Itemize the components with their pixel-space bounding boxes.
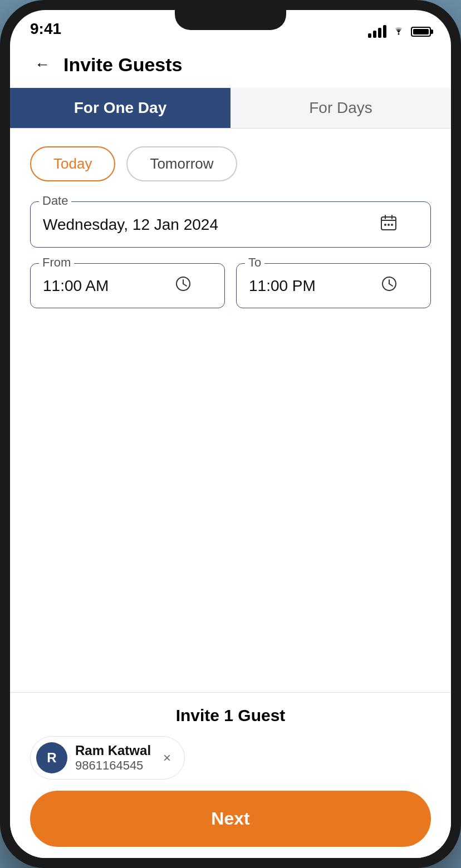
guest-info: Ram Katwal 9861164545 (75, 743, 151, 773)
to-label: To (245, 255, 264, 270)
svg-point-0 (398, 33, 400, 35)
svg-rect-1 (381, 217, 396, 230)
svg-point-7 (391, 224, 393, 226)
tabs-container: For One Day For Days (10, 88, 451, 129)
signal-icon (368, 25, 386, 38)
to-clock-icon (381, 276, 397, 295)
from-field-wrapper: From 11:00 AM (30, 263, 225, 308)
phone-screen: 9:41 (10, 10, 451, 858)
header: ← Invite Guests (10, 43, 451, 88)
bottom-section: Invite 1 Guest R Ram Katwal 9861164545 ×… (10, 693, 451, 858)
invite-title: Invite 1 Guest (30, 706, 431, 725)
guest-name: Ram Katwal (75, 743, 151, 758)
tab-for-days[interactable]: For Days (230, 88, 451, 128)
svg-point-6 (384, 224, 386, 226)
guest-avatar: R (36, 742, 67, 773)
date-label: Date (39, 194, 71, 208)
notch (175, 10, 286, 30)
content-area: Today Tomorrow Date Wednesday, 12 Jan 20… (10, 129, 451, 692)
page-title: Invite Guests (63, 54, 183, 76)
day-selector: Today Tomorrow (30, 146, 431, 181)
tab-for-one-day[interactable]: For One Day (10, 88, 230, 128)
date-input[interactable]: Wednesday, 12 Jan 2024 (30, 201, 431, 248)
svg-line-13 (389, 284, 393, 286)
wifi-icon (392, 25, 405, 38)
status-icons (368, 25, 431, 38)
tomorrow-chip[interactable]: Tomorrow (126, 146, 237, 181)
guest-chip: R Ram Katwal 9861164545 × (30, 736, 185, 780)
status-time: 9:41 (30, 20, 61, 38)
time-row: From 11:00 AM To (30, 263, 431, 324)
svg-line-10 (183, 284, 187, 286)
today-chip[interactable]: Today (30, 146, 115, 181)
remove-guest-button[interactable]: × (159, 748, 175, 768)
guest-phone: 9861164545 (75, 758, 151, 773)
battery-icon (411, 27, 431, 37)
next-button[interactable]: Next (30, 791, 431, 847)
calendar-icon (380, 214, 397, 235)
from-clock-icon (175, 276, 191, 295)
date-field-wrapper: Date Wednesday, 12 Jan 2024 (30, 201, 431, 248)
from-input[interactable]: 11:00 AM (30, 263, 225, 308)
back-button[interactable]: ← (30, 52, 55, 77)
from-label: From (39, 255, 74, 270)
to-field-wrapper: To 11:00 PM (236, 263, 431, 308)
svg-point-5 (388, 224, 390, 226)
back-arrow-icon: ← (35, 56, 50, 73)
to-input[interactable]: 11:00 PM (236, 263, 431, 308)
phone-frame: 9:41 (0, 0, 461, 868)
